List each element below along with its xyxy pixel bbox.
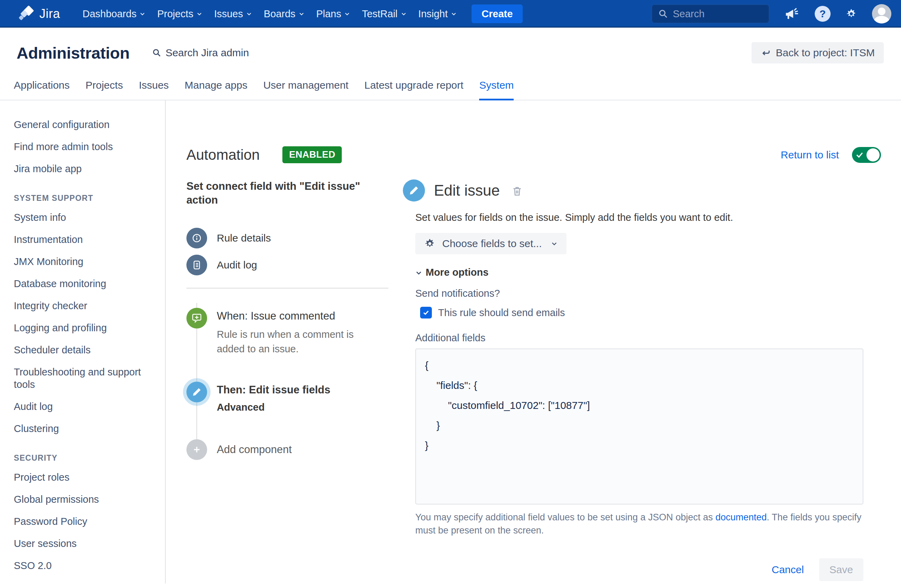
check-icon bbox=[856, 151, 864, 159]
navbar-right: ? bbox=[652, 4, 891, 23]
status-badge: ENABLED bbox=[282, 146, 342, 163]
sidebar-item-sso-20[interactable]: SSO 2.0 bbox=[14, 555, 156, 577]
additional-fields-textarea[interactable]: { "fields": { "customfield_10702": ["108… bbox=[415, 348, 864, 504]
chevron-down-icon bbox=[139, 11, 145, 17]
documented-link[interactable]: documented bbox=[716, 512, 767, 523]
tab-projects[interactable]: Projects bbox=[86, 79, 123, 100]
send-notifications-label: Send notifications? bbox=[415, 288, 864, 299]
save-button[interactable]: Save bbox=[819, 558, 864, 581]
choose-fields-button[interactable]: Choose fields to set... bbox=[415, 233, 566, 254]
search-jira-admin[interactable]: Search Jira admin bbox=[152, 47, 249, 59]
sidebar-item-logging-and-profiling[interactable]: Logging and profiling bbox=[14, 317, 156, 339]
return-to-list-link[interactable]: Return to list bbox=[781, 149, 839, 161]
sidebar-group-general: General configuration Find more admin to… bbox=[14, 114, 158, 180]
delete-action-button[interactable] bbox=[511, 186, 523, 198]
audit-log-item[interactable]: Audit log bbox=[186, 255, 388, 275]
chevron-down-icon bbox=[551, 241, 558, 247]
edit-issue-header: Edit issue bbox=[403, 179, 867, 202]
add-component-label: Add component bbox=[217, 439, 292, 460]
sidebar-item-database-monitoring[interactable]: Database monitoring bbox=[14, 272, 156, 295]
send-emails-checkbox-row[interactable]: This rule should send emails bbox=[420, 307, 864, 319]
tab-user-management[interactable]: User management bbox=[263, 79, 349, 100]
sidebar-item-password-policy[interactable]: Password Policy bbox=[14, 510, 156, 532]
create-button[interactable]: Create bbox=[472, 5, 523, 23]
announcements-button[interactable] bbox=[784, 6, 800, 22]
automation-main: Automation ENABLED Return to list Set co… bbox=[166, 100, 901, 583]
cancel-button[interactable]: Cancel bbox=[772, 564, 804, 576]
edit-issue-description: Set values for fields on the issue. Simp… bbox=[415, 212, 864, 223]
tab-applications[interactable]: Applications bbox=[14, 79, 70, 100]
back-to-project-button[interactable]: Back to project: ITSM bbox=[751, 42, 884, 64]
sidebar-item-integrity-checker[interactable]: Integrity checker bbox=[14, 295, 156, 317]
additional-fields-help: You may specify additional field values … bbox=[415, 511, 864, 537]
nav-menu-issues[interactable]: Issues bbox=[208, 0, 258, 28]
nav-menu-label: TestRail bbox=[362, 8, 398, 20]
trigger-title: When: Issue commented bbox=[217, 310, 379, 322]
jira-logo-icon bbox=[18, 6, 34, 22]
sidebar-item-jira-mobile-app[interactable]: Jira mobile app bbox=[14, 158, 156, 180]
nav-menu-testrail[interactable]: TestRail bbox=[356, 0, 412, 28]
tab-latest-upgrade-report[interactable]: Latest upgrade report bbox=[364, 79, 463, 100]
sidebar-item-scheduler-details[interactable]: Scheduler details bbox=[14, 339, 156, 361]
rule-details-item[interactable]: Rule details bbox=[186, 228, 388, 249]
pencil-icon bbox=[403, 179, 425, 202]
nav-menu-dashboards[interactable]: Dashboards bbox=[76, 0, 151, 28]
help-text-before: You may specify additional field values … bbox=[415, 512, 716, 523]
sidebar-item-instrumentation[interactable]: Instrumentation bbox=[14, 229, 156, 250]
gear-icon bbox=[846, 8, 857, 19]
chevron-down-icon bbox=[299, 11, 304, 17]
nav-menu-plans[interactable]: Plans bbox=[310, 0, 356, 28]
checkbox-checked-icon[interactable] bbox=[420, 307, 432, 319]
automation-columns: Set connect field with "Edit issue" acti… bbox=[186, 179, 881, 588]
sidebar-item-audit-log[interactable]: Audit log bbox=[14, 395, 156, 417]
plus-icon bbox=[186, 439, 207, 460]
rule-details-label: Rule details bbox=[217, 232, 271, 244]
sidebar-item-jmx-monitoring[interactable]: JMX Monitoring bbox=[14, 250, 156, 272]
nav-menu-projects[interactable]: Projects bbox=[151, 0, 208, 28]
search-icon bbox=[658, 9, 668, 19]
help-button[interactable]: ? bbox=[815, 6, 831, 22]
trash-icon bbox=[511, 186, 523, 197]
rule-nav: Rule details Audit log bbox=[186, 228, 388, 275]
brand-name: Jira bbox=[39, 6, 60, 21]
sidebar-item-find-more-admin-tools[interactable]: Find more admin tools bbox=[14, 135, 156, 158]
more-options-toggle[interactable]: More options bbox=[415, 267, 864, 278]
edit-issue-form: Edit issue Set values for fields on the … bbox=[403, 179, 867, 588]
system-sidebar: General configuration Find more admin to… bbox=[0, 100, 166, 583]
sidebar-item-global-permissions[interactable]: Global permissions bbox=[14, 488, 156, 510]
automation-title: Automation bbox=[186, 147, 260, 163]
sidebar-heading-system-support: SYSTEM SUPPORT bbox=[14, 194, 158, 203]
sidebar-item-troubleshooting[interactable]: Troubleshooting and support tools bbox=[14, 361, 156, 395]
tab-manage-apps[interactable]: Manage apps bbox=[185, 79, 248, 100]
pencil-icon bbox=[186, 382, 207, 402]
edit-issue-body: Set values for fields on the issue. Simp… bbox=[415, 212, 864, 588]
tab-system[interactable]: System bbox=[479, 79, 514, 100]
global-search[interactable] bbox=[652, 5, 769, 23]
sidebar-item-user-sessions[interactable]: User sessions bbox=[14, 532, 156, 555]
jira-logo[interactable]: Jira bbox=[18, 6, 60, 22]
action-title: Then: Edit issue fields bbox=[217, 384, 330, 396]
nav-menu-boards[interactable]: Boards bbox=[258, 0, 310, 28]
trigger-component[interactable]: When: Issue commented Rule is run when a… bbox=[186, 308, 388, 356]
sidebar-item-personal-access-tokens[interactable]: Administering personal access tokens bbox=[14, 577, 156, 583]
add-component-item[interactable]: Add component bbox=[186, 439, 388, 460]
question-mark-icon: ? bbox=[820, 8, 826, 20]
page-title: Administration bbox=[17, 44, 129, 62]
nav-menu-insight[interactable]: Insight bbox=[413, 0, 463, 28]
rule-enabled-toggle[interactable] bbox=[852, 147, 881, 163]
sidebar-item-clustering[interactable]: Clustering bbox=[14, 417, 156, 440]
sidebar-item-general-configuration[interactable]: General configuration bbox=[14, 114, 156, 135]
action-component[interactable]: Then: Edit issue fields Advanced bbox=[186, 382, 388, 413]
user-avatar[interactable] bbox=[872, 4, 891, 23]
trigger-description: Rule is run when a comment is added to a… bbox=[217, 327, 379, 356]
sidebar-item-project-roles[interactable]: Project roles bbox=[14, 466, 156, 488]
send-emails-label: This rule should send emails bbox=[438, 307, 565, 319]
search-icon bbox=[152, 48, 161, 57]
sidebar-item-system-info[interactable]: System info bbox=[14, 206, 156, 229]
tab-issues[interactable]: Issues bbox=[139, 79, 169, 100]
chevron-down-icon bbox=[344, 11, 350, 17]
admin-settings-button[interactable] bbox=[846, 8, 857, 19]
search-input[interactable] bbox=[673, 8, 762, 20]
primary-nav: Dashboards Projects Issues Boards Plans … bbox=[76, 0, 463, 28]
megaphone-icon bbox=[784, 6, 800, 22]
